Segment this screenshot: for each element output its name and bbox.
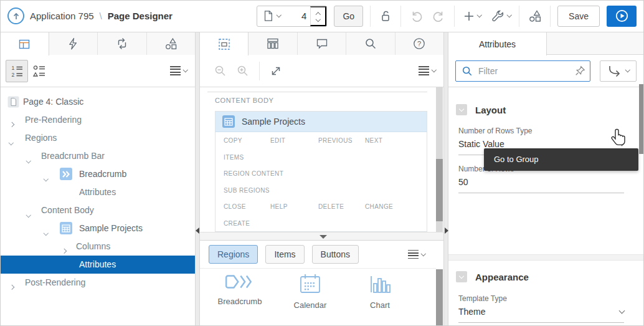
shared-components-button[interactable] <box>526 7 543 24</box>
collapse-left-icon[interactable] <box>196 228 199 234</box>
gallery-scrollbar-thumb[interactable] <box>436 269 443 326</box>
rendering-icon <box>17 37 31 51</box>
section-title: Appearance <box>475 272 529 282</box>
position-create[interactable]: CREATE <box>224 220 250 227</box>
application-link[interactable]: Application 795 <box>30 11 94 21</box>
left-splitter[interactable] <box>195 32 200 326</box>
tree-item-regions[interactable]: Regions <box>0 129 195 147</box>
page-spinner[interactable] <box>310 6 326 26</box>
gallery-item-label: Chart <box>349 300 411 310</box>
app-header: Application 795 \ Page Designer Go <box>0 0 644 32</box>
layout-panel: ? CONTENT BODY Sample Projects <box>200 32 443 326</box>
tree-item-columns[interactable]: Columns <box>0 237 195 256</box>
tree-item-breadcrumb-bar[interactable]: Breadcrumb Bar <box>0 147 195 165</box>
tab-attributes[interactable]: Attributes <box>448 32 547 55</box>
rendering-panel: 1 2 Page 4: Classic Pre-Render <box>0 32 195 326</box>
undo-button[interactable] <box>408 8 424 24</box>
tree-item-breadcrumb[interactable]: Breadcrumb <box>0 165 195 183</box>
middle-panel-menu-button[interactable] <box>416 64 438 78</box>
region-card-sample-projects[interactable]: Sample Projects COPYEDITPREVIOUSNEXT ITE… <box>215 111 427 232</box>
tree-item-page[interactable]: Page 4: Classic <box>0 93 195 111</box>
number-of-rows-input[interactable]: 50 <box>458 177 624 193</box>
expand-button[interactable] <box>265 60 287 82</box>
gallery: Breadcrumb Calendar Chart <box>200 268 436 326</box>
gallery-item-calendar[interactable]: Calendar <box>279 272 341 310</box>
position-region-content[interactable]: REGION CONTENT <box>224 170 283 177</box>
position-items[interactable]: ITEMS <box>224 154 244 161</box>
middle-tabbar: ? <box>200 32 443 55</box>
chevron-right-icon <box>9 122 14 127</box>
position-help[interactable]: HELP <box>270 203 288 210</box>
tab-messages[interactable] <box>298 32 346 55</box>
collapse-right-icon[interactable] <box>445 228 448 234</box>
tab-page-search[interactable] <box>346 32 395 55</box>
canvas-scrollbar-thumb[interactable] <box>436 159 443 221</box>
collapse-section-icon[interactable] <box>456 104 467 115</box>
run-page-button[interactable] <box>607 6 637 27</box>
save-button[interactable]: Save <box>557 6 600 27</box>
digit-one: 1 <box>12 65 15 71</box>
lock-button[interactable] <box>377 8 394 24</box>
tab-component-view[interactable] <box>249 32 297 55</box>
tree-item-attributes-selected[interactable]: Attributes <box>0 256 195 274</box>
menu-icon <box>170 66 181 75</box>
tree-item-breadcrumb-attributes[interactable]: Attributes <box>0 183 195 201</box>
gallery-splitter[interactable] <box>200 232 443 241</box>
section-layout[interactable]: Layout <box>456 104 506 115</box>
gallery-tab-regions[interactable]: Regions <box>209 245 258 264</box>
tree-item-content-body[interactable]: Content Body <box>0 201 195 219</box>
position-next[interactable]: NEXT <box>365 137 382 144</box>
utilities-menu-button[interactable] <box>490 7 513 24</box>
position-change[interactable]: CHANGE <box>365 203 393 210</box>
section-appearance[interactable]: Appearance <box>456 271 529 282</box>
gallery-item-chart[interactable]: Chart <box>349 272 411 310</box>
position-previous[interactable]: PREVIOUS <box>318 137 353 144</box>
gallery-menu-button[interactable] <box>405 247 428 262</box>
position-edit[interactable]: EDIT <box>270 137 285 144</box>
chevron-down-icon <box>277 12 282 17</box>
template-type-select[interactable]: Theme <box>458 307 624 323</box>
page-picker-button[interactable] <box>257 6 286 26</box>
tree-item-post-rendering[interactable]: Post-Rendering <box>0 274 195 292</box>
page-number-input[interactable] <box>285 11 310 21</box>
position-close[interactable]: CLOSE <box>224 203 246 210</box>
tab-layout[interactable] <box>200 32 249 55</box>
redo-button[interactable] <box>431 8 447 24</box>
zoom-in-button[interactable] <box>232 60 254 82</box>
gallery-item-breadcrumb[interactable]: Breadcrumb <box>209 272 271 306</box>
tab-dynamic-actions[interactable] <box>49 32 98 55</box>
position-delete[interactable]: DELETE <box>318 203 344 210</box>
filter-input[interactable] <box>455 60 590 82</box>
create-menu-button[interactable] <box>462 9 483 24</box>
tab-processing[interactable] <box>98 32 147 55</box>
unlock-icon <box>379 9 392 23</box>
go-to-group-button[interactable] <box>600 60 637 82</box>
tree-item-sample-projects[interactable]: Sample Projects <box>0 219 195 237</box>
order-view-button[interactable]: 1 2 <box>6 60 28 82</box>
tree-item-pre-rendering[interactable]: Pre-Rendering <box>0 111 195 129</box>
right-scrollbar-thumb[interactable] <box>639 84 643 154</box>
search-icon <box>462 65 473 79</box>
position-sub-regions[interactable]: SUB REGIONS <box>224 187 270 194</box>
tab-shared-components[interactable] <box>147 32 196 55</box>
processing-icon <box>115 37 129 50</box>
collapse-gallery-icon[interactable] <box>320 235 327 239</box>
gallery-tab-items[interactable]: Items <box>265 245 304 264</box>
right-splitter[interactable] <box>443 32 448 326</box>
pin-icon[interactable] <box>574 65 585 79</box>
group-view-button[interactable] <box>28 60 50 82</box>
position-copy[interactable]: COPY <box>224 137 242 144</box>
left-panel-menu-button[interactable] <box>168 64 190 78</box>
layout-canvas: CONTENT BODY Sample Projects COPYEDITPRE… <box>200 87 436 232</box>
chevron-down-icon <box>44 176 49 181</box>
gallery-tab-buttons[interactable]: Buttons <box>312 245 359 264</box>
tab-help[interactable]: ? <box>395 32 443 55</box>
region-card-header[interactable]: Sample Projects <box>215 112 427 132</box>
go-button[interactable]: Go <box>334 6 363 27</box>
zoom-in-icon <box>236 64 250 78</box>
apex-home-icon[interactable] <box>7 7 24 24</box>
collapse-section-icon[interactable] <box>456 271 467 282</box>
tab-rendering[interactable] <box>0 32 49 55</box>
menu-icon <box>419 66 429 75</box>
zoom-out-button[interactable] <box>209 60 232 82</box>
